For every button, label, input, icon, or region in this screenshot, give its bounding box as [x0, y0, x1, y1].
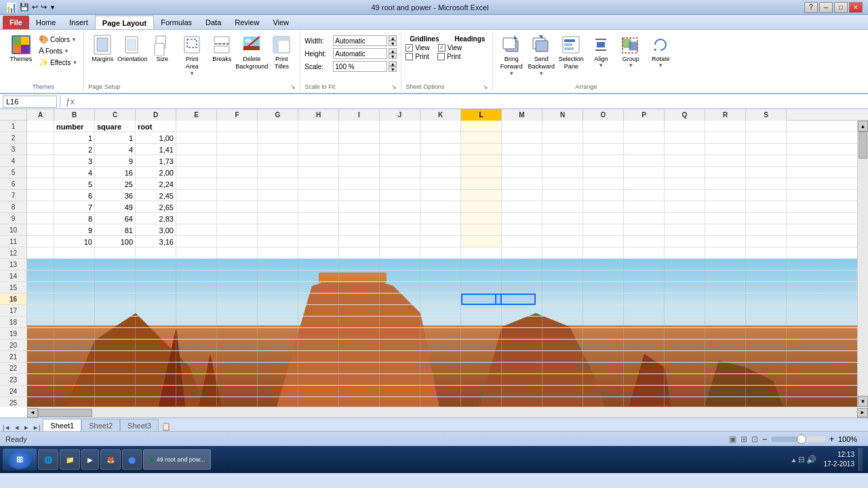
cell-i18[interactable]: [339, 317, 380, 328]
cell-n24[interactable]: [542, 386, 583, 397]
cell-h8[interactable]: [298, 201, 339, 213]
cell-i19[interactable]: [339, 328, 380, 340]
cell-m5[interactable]: [502, 167, 542, 178]
row-12[interactable]: 12: [0, 247, 26, 259]
cell-s2[interactable]: [746, 132, 787, 144]
cell-a3[interactable]: [27, 144, 54, 155]
network-icon[interactable]: ⊟: [798, 455, 805, 464]
height-up[interactable]: ▲: [389, 48, 397, 54]
cell-f19[interactable]: [217, 328, 258, 340]
cell-r22[interactable]: [705, 363, 746, 374]
cell-h7[interactable]: [298, 190, 339, 201]
cell-q17[interactable]: [665, 305, 705, 317]
cell-d13[interactable]: [136, 259, 176, 270]
sheet-last-btn[interactable]: ►|: [31, 424, 41, 431]
cell-d5[interactable]: 2,00: [136, 167, 176, 178]
cell-j4[interactable]: [380, 155, 420, 167]
scroll-right-btn[interactable]: ►: [857, 408, 868, 418]
cell-o8[interactable]: [583, 201, 624, 213]
row-7[interactable]: 7: [0, 190, 26, 201]
cell-h6[interactable]: [298, 178, 339, 190]
cell-l19[interactable]: [461, 328, 502, 340]
col-header-o[interactable]: O: [583, 109, 624, 121]
gridlines-print-check[interactable]: Print: [406, 53, 429, 60]
cell-i20[interactable]: [339, 340, 380, 351]
cell-o22[interactable]: [583, 363, 624, 374]
cell-g25[interactable]: [258, 397, 298, 407]
cell-m17[interactable]: [502, 305, 542, 317]
cell-m4[interactable]: [502, 155, 542, 167]
cell-e1[interactable]: [176, 121, 217, 132]
cell-r9[interactable]: [705, 213, 746, 224]
cell-e13[interactable]: [176, 259, 217, 270]
cell-p10[interactable]: [624, 224, 665, 236]
cell-l15[interactable]: [461, 282, 502, 293]
cell-s15[interactable]: [746, 282, 787, 293]
cell-q19[interactable]: [665, 328, 705, 340]
cell-h17[interactable]: [298, 305, 339, 317]
cell-m1[interactable]: [502, 121, 542, 132]
cell-i15[interactable]: [339, 282, 380, 293]
cell-c14[interactable]: [95, 270, 136, 282]
cell-k19[interactable]: [420, 328, 461, 340]
cell-d8[interactable]: 2,65: [136, 201, 176, 213]
cell-g11[interactable]: [258, 236, 298, 247]
cell-a17[interactable]: [27, 305, 54, 317]
row-10[interactable]: 10: [0, 224, 26, 236]
cell-l1[interactable]: [461, 121, 502, 132]
cell-o20[interactable]: [583, 340, 624, 351]
scale-spin[interactable]: ▲▼: [389, 61, 397, 72]
cell-s12[interactable]: [746, 247, 787, 259]
group-button[interactable]: Group ▼: [616, 33, 645, 70]
tab-review[interactable]: Review: [228, 16, 266, 29]
cell-j13[interactable]: [380, 259, 420, 270]
cell-p23[interactable]: [624, 374, 665, 386]
cell-p17[interactable]: [624, 305, 665, 317]
print-titles-button[interactable]: PrintTitles: [267, 33, 296, 72]
cell-g19[interactable]: [258, 328, 298, 340]
cell-f17[interactable]: [217, 305, 258, 317]
cell-p4[interactable]: [624, 155, 665, 167]
cell-k20[interactable]: [420, 340, 461, 351]
cell-n11[interactable]: [542, 236, 583, 247]
cell-h3[interactable]: [298, 144, 339, 155]
cell-m6[interactable]: [502, 178, 542, 190]
cell-b3[interactable]: 2: [54, 144, 95, 155]
cell-e7[interactable]: [176, 190, 217, 201]
gridlines-view-checkbox[interactable]: [406, 44, 413, 52]
cell-n23[interactable]: [542, 374, 583, 386]
cell-g21[interactable]: [258, 351, 298, 363]
cell-d15[interactable]: [136, 282, 176, 293]
cell-l11[interactable]: [461, 236, 502, 247]
cell-b4[interactable]: 3: [54, 155, 95, 167]
cell-q11[interactable]: [665, 236, 705, 247]
cell-h20[interactable]: [298, 340, 339, 351]
cell-m13[interactable]: [502, 259, 542, 270]
cell-p9[interactable]: [624, 213, 665, 224]
cell-e15[interactable]: [176, 282, 217, 293]
cell-q6[interactable]: [665, 178, 705, 190]
quick-redo[interactable]: ↪: [41, 3, 47, 12]
scroll-left-btn[interactable]: ◄: [27, 408, 38, 418]
cell-r23[interactable]: [705, 374, 746, 386]
cell-q7[interactable]: [665, 190, 705, 201]
cell-s20[interactable]: [746, 340, 787, 351]
sheet-tab-sheet1[interactable]: Sheet1: [43, 419, 81, 431]
cell-e8[interactable]: [176, 201, 217, 213]
cell-d9[interactable]: 2,83: [136, 213, 176, 224]
cell-d3[interactable]: 1,41: [136, 144, 176, 155]
rotate-button[interactable]: Rotate ▼: [646, 33, 675, 70]
sheet-prev-btn[interactable]: ◄: [12, 424, 21, 431]
cell-b2[interactable]: 1: [54, 132, 95, 144]
cell-n15[interactable]: [542, 282, 583, 293]
row-6[interactable]: 6: [0, 178, 26, 190]
headings-view-check[interactable]: View: [438, 44, 462, 52]
cell-k1[interactable]: [420, 121, 461, 132]
cell-n2[interactable]: [542, 132, 583, 144]
cell-m19[interactable]: [502, 328, 542, 340]
width-down[interactable]: ▼: [389, 41, 397, 46]
taskbar-ie[interactable]: 🌐: [38, 449, 58, 470]
cell-n10[interactable]: [542, 224, 583, 236]
cell-q8[interactable]: [665, 201, 705, 213]
cell-d14[interactable]: [136, 270, 176, 282]
